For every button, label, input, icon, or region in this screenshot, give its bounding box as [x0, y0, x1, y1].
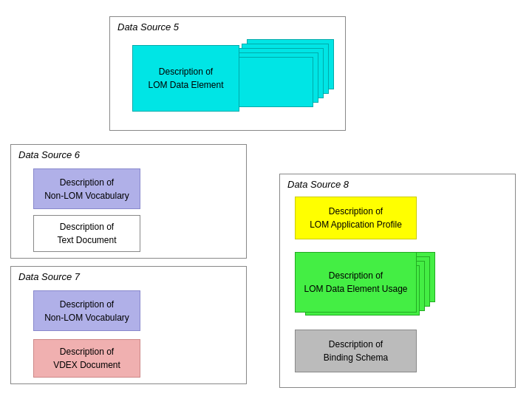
- ds5-card-1: Description of LOM Data Element: [132, 45, 239, 112]
- ds7-card1: Description of Non-LOM Vocabulary: [33, 290, 140, 331]
- ds5-label: Data Source 5: [117, 21, 179, 33]
- ds6-card1-label: Description of Non-LOM Vocabulary: [44, 176, 129, 202]
- ds7-card1-label: Description of Non-LOM Vocabulary: [44, 298, 129, 324]
- ds8-card1: Description of LOM Application Profile: [295, 197, 417, 239]
- ds7-label: Data Source 7: [18, 271, 80, 282]
- ds7-card2: Description of VDEX Document: [33, 339, 140, 378]
- ds8-card2: Description of LOM Data Element Usage: [295, 252, 417, 313]
- ds6-card1: Description of Non-LOM Vocabulary: [33, 168, 140, 209]
- ds6-card2-label: Description of Text Document: [57, 220, 116, 247]
- diagram: Data Source 5 Description of LOM Data El…: [0, 0, 532, 399]
- ds7-card2-label: Description of VDEX Document: [53, 345, 120, 372]
- ds5-card-label: Description of LOM Data Element: [148, 65, 223, 92]
- ds8-card1-label: Description of LOM Application Profile: [310, 205, 402, 231]
- ds8-card3: Description of Binding Schema: [295, 330, 417, 372]
- ds8-card3-label: Description of Binding Schema: [324, 338, 388, 364]
- ds6-label: Data Source 6: [18, 149, 80, 160]
- ds8-card2-label: Description of LOM Data Element Usage: [304, 269, 407, 296]
- ds8-label: Data Source 8: [287, 179, 349, 190]
- ds6-container: Data Source 6 Description of Non-LOM Voc…: [10, 144, 247, 259]
- ds7-container: Data Source 7 Description of Non-LOM Voc…: [10, 266, 247, 384]
- ds6-card2: Description of Text Document: [33, 215, 140, 252]
- ds5-container: Data Source 5 Description of LOM Data El…: [109, 16, 346, 131]
- ds8-container: Data Source 8 Description of LOM Applica…: [279, 174, 516, 388]
